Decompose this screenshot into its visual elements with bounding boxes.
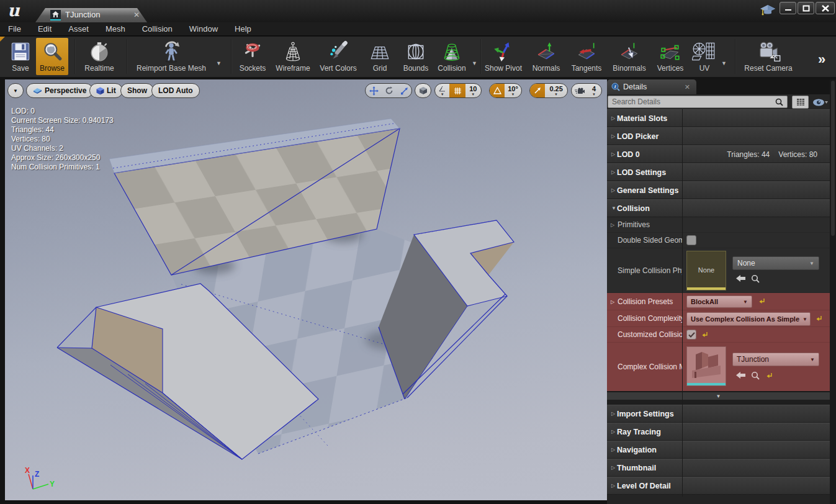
toolbar-vert-colors-button[interactable]: Vert Colors <box>317 38 360 75</box>
stat-line: Num Collision Primitives: 1 <box>11 163 114 172</box>
dropdown-caret-icon[interactable]: ▼ <box>721 60 727 66</box>
reimport-icon <box>130 38 212 63</box>
3d-viewport[interactable]: LOD: 0Current Screen Size: 0.940173Trian… <box>5 79 607 500</box>
display-filter-button[interactable] <box>812 96 829 109</box>
reset-to-default-icon[interactable] <box>758 297 766 305</box>
title-bar: u TJunction ✕ <box>0 0 836 22</box>
section-lod-0[interactable]: ▷LOD 0 Triangles: 44Vertices: 80 <box>607 145 830 163</box>
toolbar-sockets-button[interactable]: Sockets <box>236 38 269 75</box>
camera-speed-group[interactable]: 4▼ <box>571 83 602 98</box>
toolbar-grid-button[interactable]: Grid <box>364 38 396 75</box>
grid-icon <box>364 38 396 63</box>
row-primitives[interactable]: ▷Primitives <box>607 217 830 233</box>
menu-help[interactable]: Help <box>235 24 251 34</box>
browse-to-icon[interactable] <box>751 371 760 380</box>
toolbar-label: Browse <box>36 64 68 73</box>
section-thumbnail[interactable]: ▷Thumbnail <box>607 459 830 477</box>
toolbar-collision-button[interactable]: Collision <box>434 38 469 75</box>
viewport-lit-button[interactable]: Lit <box>89 83 123 98</box>
grid-snap-group[interactable]: ▼ 10▼ <box>434 83 482 98</box>
close-button[interactable] <box>816 2 835 14</box>
simple-collision-thumbnail[interactable]: None <box>686 251 726 290</box>
minimize-button[interactable] <box>780 2 796 14</box>
transform-tools-group[interactable] <box>365 83 412 98</box>
complex-collision-dropdown[interactable]: TJunction▼ <box>732 353 819 366</box>
details-tab[interactable]: i Details ✕ <box>607 79 696 94</box>
toolbar-label: Tangents <box>567 64 606 73</box>
scale-snap-group[interactable]: 0.25▼ <box>529 83 568 98</box>
toolbar-browse-button[interactable]: Browse <box>36 38 68 75</box>
coordinate-space-button[interactable] <box>415 83 431 98</box>
simple-collision-dropdown[interactable]: None▼ <box>732 256 819 270</box>
menu-file[interactable]: File <box>8 24 21 34</box>
menu-edit[interactable]: Edit <box>38 24 52 34</box>
toolbar-bounds-button[interactable]: Bounds <box>398 38 433 75</box>
toolbar-reimport-base-mesh-button[interactable]: Reimport Base Mesh <box>130 38 212 75</box>
menu-asset[interactable]: Asset <box>68 24 89 34</box>
section-general-settings[interactable]: ▷General Settings <box>607 181 830 199</box>
complex-collision-thumbnail[interactable] <box>686 346 726 386</box>
toolbar-normals-button[interactable]: Normals <box>526 38 566 75</box>
toolbar-vertices-button[interactable]: Vertices <box>652 38 689 75</box>
section-lod-settings[interactable]: ▷LOD Settings <box>607 163 830 181</box>
section-navigation[interactable]: ▷Navigation <box>607 441 830 459</box>
rotation-snap-group[interactable]: 10°▼ <box>489 83 522 98</box>
details-content: ▷Material Slots ▷LOD Picker ▷LOD 0 Trian… <box>607 109 830 504</box>
dropdown-caret-icon[interactable]: ▼ <box>472 60 477 66</box>
toolbar-overflow-chevron[interactable]: » <box>818 52 825 68</box>
toolbar-wireframe-button[interactable]: Wireframe <box>272 38 314 75</box>
collision-complexity-dropdown[interactable]: Use Complex Collision As Simple▼ <box>686 312 811 326</box>
dropdown-caret-icon[interactable]: ▼ <box>216 60 222 66</box>
toolbar-save-button[interactable]: Save <box>6 38 35 75</box>
menu-mesh[interactable]: Mesh <box>106 24 125 34</box>
viewport-lod-button[interactable]: LOD Auto <box>151 83 200 98</box>
menu-bar: FileEditAssetMeshCollisionWindowHelp <box>0 22 836 36</box>
maximize-button[interactable] <box>798 2 814 14</box>
toolbar-tangents-button[interactable]: Tangents <box>567 38 606 75</box>
double-sided-checkbox[interactable] <box>686 235 696 245</box>
toolbar-uv-button[interactable]: UV <box>691 38 717 75</box>
viewport-options-dropdown[interactable]: ▼ <box>7 83 24 98</box>
toolbar-reset-camera-button[interactable]: Reset Camera <box>740 38 797 75</box>
svg-text:X: X <box>25 466 30 475</box>
rotation-snap-icon <box>490 83 505 98</box>
details-splitter[interactable]: ▼ <box>607 391 830 400</box>
section-collision[interactable]: ▼Collision <box>607 199 830 217</box>
tutorial-icon[interactable] <box>760 4 776 20</box>
section-lod-picker[interactable]: ▷LOD Picker <box>607 127 830 145</box>
main-toolbar: » SaveBrowseRealtimeReimport Base Mesh▼S… <box>0 37 836 77</box>
section-level-of-detail[interactable]: ▷Level Of Detail <box>607 477 830 495</box>
toolbar-separator <box>74 39 76 74</box>
toolbar-realtime-button[interactable]: Realtime <box>79 38 119 75</box>
section-import-settings[interactable]: ▷Import Settings <box>607 405 830 423</box>
lod0-stats: Triangles: 44Vertices: 80 <box>727 150 817 159</box>
reset-to-default-icon[interactable] <box>701 331 709 338</box>
toolbar-show-pivot-button[interactable]: Show Pivot <box>484 38 523 75</box>
asset-tab[interactable]: TJunction ✕ <box>35 8 147 22</box>
toolbar-separator <box>231 39 232 74</box>
property-matrix-button[interactable] <box>792 96 809 109</box>
collision-presets-dropdown[interactable]: BlockAll▼ <box>686 295 752 308</box>
section-material-slots[interactable]: ▷Material Slots <box>607 109 830 127</box>
menu-window[interactable]: Window <box>189 24 218 34</box>
details-scrollbar[interactable] <box>830 79 836 504</box>
details-tab-close-icon[interactable]: ✕ <box>685 83 690 91</box>
viewport-show-button[interactable]: Show <box>120 83 154 98</box>
reset-to-default-icon[interactable] <box>766 372 773 379</box>
section-ray-tracing[interactable]: ▷Ray Tracing <box>607 423 830 441</box>
use-selected-icon[interactable] <box>736 274 746 282</box>
toolbar-separator <box>480 39 482 74</box>
toolbar-binormals-button[interactable]: Binormals <box>608 38 650 75</box>
details-column-divider[interactable] <box>682 109 683 497</box>
camera-speed-icon <box>572 83 588 98</box>
viewport-perspective-button[interactable]: Perspective <box>26 83 93 98</box>
details-search-input[interactable]: Search Details <box>608 96 788 108</box>
showpivot-icon <box>484 38 523 63</box>
customized-collision-checkbox[interactable] <box>686 330 696 340</box>
use-selected-icon[interactable] <box>736 371 746 379</box>
reset-to-default-icon[interactable] <box>816 315 823 322</box>
menu-collision[interactable]: Collision <box>142 24 173 34</box>
asset-tab-close-icon[interactable]: ✕ <box>133 11 140 19</box>
browse-to-icon[interactable] <box>751 274 760 283</box>
world-space-icon <box>419 86 428 95</box>
